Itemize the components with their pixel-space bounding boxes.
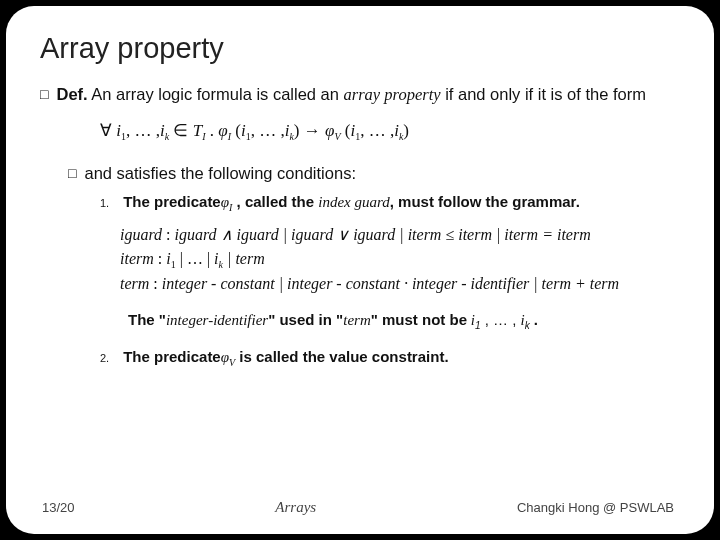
note-c: " must not be	[371, 311, 467, 328]
f-phiV: φ	[325, 121, 334, 140]
item1-text: The predicateφI , called the index guard…	[123, 192, 580, 215]
item2-text: The predicateφV is called the value cons…	[123, 347, 448, 370]
f-T: T	[193, 121, 202, 140]
conditions-intro: and satisfies the following conditions:	[84, 162, 356, 184]
bullet-icon-sub: □	[68, 162, 76, 184]
f-in: ∈	[173, 121, 192, 140]
conditions-intro-row: □ and satisfies the following conditions…	[68, 162, 680, 184]
g2a: iterm	[120, 250, 154, 267]
g3b: :	[149, 275, 161, 292]
grammar-line-3: term : integer - constant | integer - co…	[120, 272, 680, 296]
list-item-1: 1. The predicateφI , called the index gu…	[100, 192, 680, 215]
footer-author: Changki Hong @ PSWLAB	[517, 500, 674, 515]
definition-text: Def. An array logic formula is called an…	[56, 83, 646, 106]
f-dots: , … ,	[126, 121, 160, 140]
g2b: :	[154, 250, 166, 267]
f-subk: k	[165, 132, 169, 143]
item2-phi: φ	[221, 349, 229, 365]
footer-title: Arrays	[275, 499, 316, 516]
item1-phi: φ	[221, 194, 229, 210]
main-formula: ∀ i1, … ,ik ∈ TI . φI (i1, … ,ik) → φV (…	[100, 120, 680, 144]
slide: Array property □ Def. An array logic for…	[6, 6, 714, 534]
f-arrow: →	[304, 121, 325, 140]
note-tail: .	[530, 311, 538, 328]
footer: 13/20 Arrays Changki Hong @ PSWLAB	[40, 499, 680, 520]
list-item-2: 2. The predicateφV is called the value c…	[100, 347, 680, 370]
note-term1: integer-identifier	[166, 312, 268, 328]
g1a: iguard	[120, 226, 162, 243]
num-2: 2.	[100, 351, 109, 366]
g3a: term	[120, 275, 149, 292]
g2d: | … |	[176, 250, 214, 267]
def-text-b: if and only if it is of the form	[441, 85, 646, 103]
f-close2: )	[403, 121, 409, 140]
g1c: iguard ∧ iguard | iguard ∨ iguard | iter…	[175, 226, 591, 243]
def-term: array property	[344, 85, 441, 104]
item2-b: is called the value constraint.	[235, 348, 448, 365]
bullet-icon: □	[40, 83, 48, 106]
note-dots: , … ,	[480, 311, 520, 328]
slide-title: Array property	[40, 32, 680, 65]
f-argdots2: , … ,	[360, 121, 394, 140]
page-number: 13/20	[42, 500, 75, 515]
note-term2: term	[343, 312, 371, 328]
item1-c: , must follow the grammar.	[390, 193, 580, 210]
grammar-line-1: iguard : iguard ∧ iguard | iguard ∨ igua…	[120, 223, 680, 247]
g2f: | term	[223, 250, 265, 267]
item1-b: , called the	[232, 193, 318, 210]
f-close1: )	[294, 121, 300, 140]
numbered-list: 1. The predicateφI , called the index gu…	[100, 192, 680, 215]
numbered-list-2: 2. The predicateφV is called the value c…	[100, 347, 680, 370]
f-phiI: φ	[218, 121, 227, 140]
num-1: 1.	[100, 196, 109, 211]
item1-term: index guard	[318, 194, 390, 210]
grammar-block: iguard : iguard ∧ iguard | iguard ∨ igua…	[120, 223, 680, 296]
f-dot: .	[205, 121, 218, 140]
item1-a: The predicate	[123, 193, 221, 210]
f-open1: (	[231, 121, 241, 140]
grammar-line-2: iterm : i1 | … | ik | term	[120, 247, 680, 272]
f-argdots: , … ,	[251, 121, 285, 140]
note-b: " used in "	[268, 311, 343, 328]
def-text-a: An array logic formula is called an	[91, 85, 343, 103]
g3c: integer - constant | integer - constant …	[162, 275, 619, 292]
note-a: The "	[128, 311, 166, 328]
f-open2: (	[341, 121, 351, 140]
note-line: The "integer-identifier" used in "term" …	[128, 310, 680, 333]
slide-body: □ Def. An array logic formula is called …	[40, 83, 680, 499]
forall: ∀	[100, 121, 112, 140]
def-label: Def.	[56, 85, 87, 103]
note-var1: i	[467, 312, 475, 328]
definition-row: □ Def. An array logic formula is called …	[40, 83, 680, 106]
g1b: :	[162, 226, 174, 243]
item2-a: The predicate	[123, 348, 221, 365]
